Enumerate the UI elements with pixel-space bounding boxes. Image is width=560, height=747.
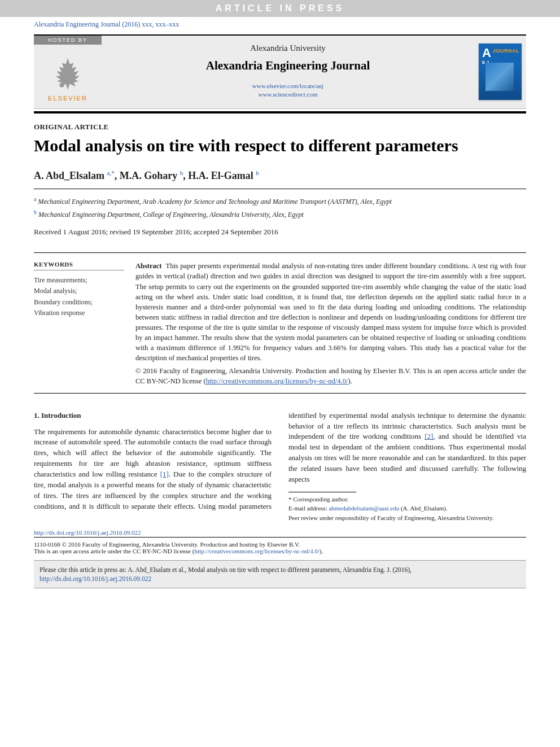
footnote-rule — [288, 492, 356, 492]
body-columns: 1. Introduction The requirements for aut… — [34, 410, 526, 522]
keywords-column: KEYWORDS Tire measurements; Modal analys… — [34, 261, 135, 386]
elsevier-logo: ELSEVIER — [34, 45, 102, 108]
doi-link[interactable]: http://dx.doi.org/10.1016/j.aej.2016.09.… — [34, 529, 141, 536]
abstract-column: Abstract This paper presents experimenta… — [135, 261, 526, 386]
footnotes: * Corresponding author. E-mail address: … — [288, 495, 526, 523]
header-center: Alexandria University Alexandria Enginee… — [102, 36, 474, 108]
journal-cover: AE J JOURNAL — [479, 43, 522, 100]
author-3: H.A. El-Gamal — [188, 170, 253, 181]
copyright-line: © 2016 Faculty of Engineering, Alexandri… — [135, 366, 526, 386]
ref-1-link[interactable]: [1] — [160, 470, 169, 478]
abstract-label: Abstract — [135, 262, 162, 270]
abstract-text: This paper presents experimental modal a… — [135, 262, 526, 362]
article-title: Modal analysis on tire with respect to d… — [34, 135, 526, 156]
publisher-box: HOSTED BY ELSEVIER — [34, 36, 102, 108]
author-2: M.A. Gohary — [120, 170, 178, 181]
authors: A. Abd_Elsalam a,*, M.A. Gohary b, H.A. … — [34, 169, 526, 182]
author-1: A. Abd_Elsalam — [34, 170, 104, 181]
ref-2-link[interactable]: [2] — [425, 432, 433, 440]
publisher-name: ELSEVIER — [48, 95, 88, 102]
elsevier-locate-link[interactable]: www.elsevier.com/locate/aej — [252, 82, 323, 89]
page-container: Alexandria Engineering Journal (2016) xx… — [0, 17, 560, 611]
svg-point-0 — [59, 83, 64, 88]
affiliation-b: b Mechanical Engineering Department, Col… — [34, 208, 526, 220]
open-access-line: This is an open access article under the… — [34, 548, 526, 554]
cc-license-link-footer[interactable]: http://creativecommons.org/licenses/by-n… — [194, 548, 320, 554]
article-type: ORIGINAL ARTICLE — [34, 123, 526, 132]
thick-rule — [34, 111, 526, 113]
rule — [34, 537, 526, 538]
keywords-heading: KEYWORDS — [34, 261, 124, 270]
cover-thumbnail-box: AE J JOURNAL — [474, 36, 526, 108]
university-name: Alexandria University — [107, 43, 469, 53]
elsevier-tree-icon — [48, 54, 88, 94]
abstract-block: KEYWORDS Tire measurements; Modal analys… — [34, 252, 526, 394]
doi-block: http://dx.doi.org/10.1016/j.aej.2016.09.… — [34, 529, 526, 554]
affiliation-a: a Mechanical Engineering Department, Ara… — [34, 195, 526, 207]
keywords-list: Tire measurements; Modal analysis; Bound… — [34, 275, 124, 318]
corresponding-author: * Corresponding author. — [288, 495, 526, 504]
peer-review-note: Peer review under responsibility of Facu… — [288, 513, 526, 523]
journal-header: HOSTED BY ELSEVIER Alexandria University… — [34, 34, 526, 109]
cc-license-link[interactable]: http://creativecommons.org/licenses/by-n… — [206, 377, 348, 385]
citation-header: Alexandria Engineering Journal (2016) xx… — [34, 17, 526, 34]
rule — [34, 189, 526, 189]
article-dates: Received 1 August 2016; revised 19 Septe… — [34, 228, 526, 237]
author-email-link[interactable]: ahmedabdelsalam@aast.edu — [329, 505, 399, 512]
email-line: E-mail address: ahmedabdelsalam@aast.edu… — [288, 504, 526, 513]
citation-doi-link[interactable]: http://dx.doi.org/10.1016/j.aej.2016.09.… — [40, 575, 151, 582]
journal-title: Alexandria Engineering Journal — [107, 59, 469, 73]
journal-links: www.elsevier.com/locate/aej www.scienced… — [107, 82, 469, 99]
in-press-banner: ARTICLE IN PRESS — [0, 0, 560, 17]
section-1-heading: 1. Introduction — [34, 410, 272, 421]
sciencedirect-link[interactable]: www.sciencedirect.com — [259, 91, 318, 98]
cover-art — [485, 63, 514, 91]
hosted-by-label: HOSTED BY — [34, 36, 102, 45]
citation-box: Please cite this article in press as: A.… — [34, 560, 526, 588]
issn-copyright: 1110-0168 © 2016 Faculty of Engineering,… — [34, 541, 526, 548]
cover-label: JOURNAL — [493, 48, 519, 54]
